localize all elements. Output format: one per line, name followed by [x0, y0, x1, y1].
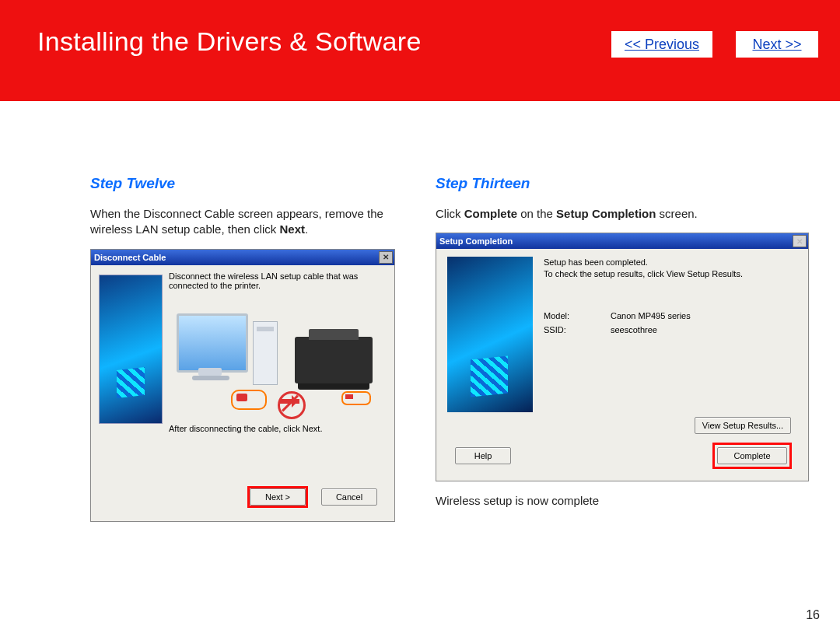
dialog2-titlebar: Setup Completion ✕ — [436, 233, 808, 249]
decorative-panel2 — [447, 257, 533, 412]
cancel-button[interactable]: Cancel — [321, 488, 377, 506]
dialog1-title: Disconnect Cable — [94, 253, 166, 262]
step13-intro: Click Complete on the Setup Completion s… — [436, 206, 809, 222]
step12-intro-text: When the Disconnect Cable screen appears… — [90, 207, 383, 236]
close-icon-disabled: ✕ — [793, 235, 807, 247]
disconnect-arrow-icon — [278, 391, 303, 416]
dialog2-body: Setup has been completed. To check the s… — [436, 249, 808, 481]
page-title: Installing the Drivers & Software — [37, 26, 422, 57]
step12-intro-period: . — [305, 222, 308, 236]
printer-usb-icon — [341, 391, 371, 405]
next-link[interactable]: Next >> — [736, 31, 818, 58]
dialog1-body: Disconnect the wireless LAN setup cable … — [91, 265, 394, 521]
help-button[interactable]: Help — [455, 447, 511, 464]
close-icon[interactable]: ✕ — [379, 251, 393, 264]
next-button-highlight: Next > — [250, 488, 306, 506]
previous-link[interactable]: << Previous — [611, 31, 712, 58]
monitor-icon — [177, 313, 248, 373]
dialog1-footer: Next > Cancel — [99, 481, 387, 515]
complete-button[interactable]: Complete — [717, 447, 787, 464]
setup-completion-dialog: Setup Completion ✕ Setup has been comple… — [436, 233, 809, 481]
step12-intro-next: Next — [279, 222, 305, 236]
disconnect-cable-dialog: Disconnect Cable ✕ Disconnect the wirele… — [90, 249, 395, 522]
dialog1-instruction2: After disconnecting the cable, click Nex… — [169, 424, 322, 433]
header-bar: Installing the Drivers & Software << Pre… — [0, 0, 840, 101]
step13-heading: Step Thirteen — [436, 175, 809, 192]
ssid-label: SSID: — [544, 325, 575, 334]
step12-intro: When the Disconnect Cable screen appears… — [90, 206, 425, 238]
step12-heading: Step Twelve — [90, 175, 425, 192]
dialog2-title: Setup Completion — [439, 236, 513, 246]
ssid-value: seescothree — [611, 325, 657, 334]
page-number: 16 — [806, 608, 820, 622]
complete-button-highlight: Complete — [715, 445, 789, 467]
step-thirteen-column: Step Thirteen Click Complete on the Setu… — [436, 175, 809, 519]
computer-tower-icon — [253, 321, 278, 385]
dialog2-footer: Help Complete — [446, 439, 799, 476]
decorative-panel — [99, 275, 163, 424]
next-button[interactable]: Next > — [250, 488, 306, 506]
dialog1-titlebar: Disconnect Cable ✕ — [91, 250, 394, 265]
dialog2-details: Model:Canon MP495 series SSID:seescothre… — [544, 311, 799, 334]
step13-post: Wireless setup is now complete — [436, 494, 809, 507]
view-setup-results-button[interactable]: View Setup Results... — [695, 417, 791, 434]
model-label: Model: — [544, 311, 575, 320]
dialog2-message: Setup has been completed. To check the s… — [544, 257, 799, 280]
usb-cable-icon — [231, 390, 267, 410]
printer-icon — [295, 337, 373, 383]
step-twelve-column: Step Twelve When the Disconnect Cable sc… — [90, 175, 425, 522]
model-value: Canon MP495 series — [611, 311, 691, 320]
